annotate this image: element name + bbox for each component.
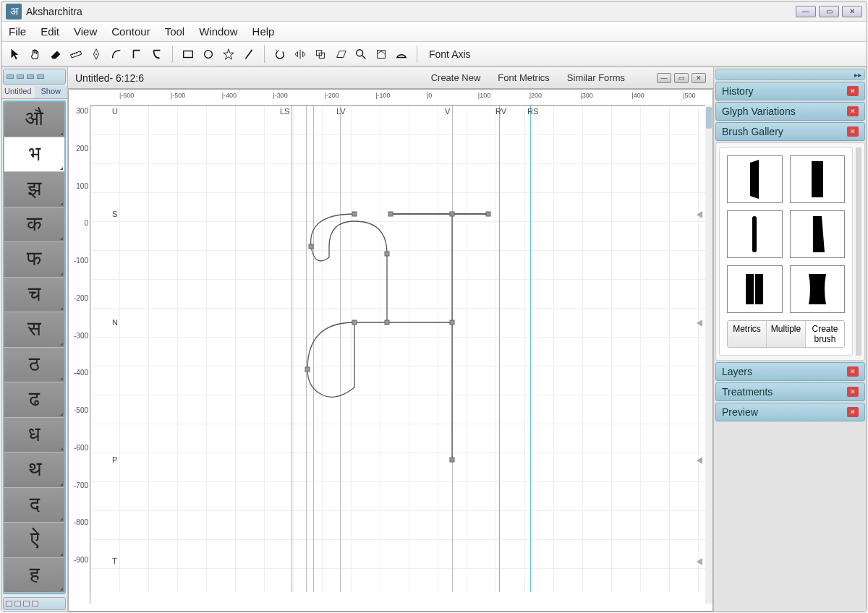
close-icon[interactable]: ✕ <box>847 366 859 377</box>
panel-history[interactable]: History✕ <box>715 82 865 100</box>
glyph-item[interactable]: ध <box>4 418 64 453</box>
pointer-tool-icon[interactable] <box>7 46 23 62</box>
svg-rect-22 <box>385 252 389 256</box>
star-tool-icon[interactable] <box>221 46 237 62</box>
pen-tool-icon[interactable] <box>88 46 104 62</box>
canvas-area: Untitled- 6:12:6 Create New Font Metrics… <box>68 67 713 612</box>
maximize-button[interactable]: ▭ <box>819 6 839 17</box>
zoom-tool-icon[interactable] <box>353 46 369 62</box>
glyph-item[interactable]: ठ <box>4 348 64 383</box>
menu-view[interactable]: View <box>74 25 97 38</box>
glyph-item[interactable]: स <box>4 312 64 348</box>
tab-show[interactable]: Show <box>35 86 68 98</box>
close-button[interactable]: ✕ <box>842 6 862 17</box>
glyph-item-selected[interactable]: भ <box>4 137 64 173</box>
minimize-button[interactable]: — <box>796 6 816 17</box>
h-marker-icon[interactable] <box>697 457 702 464</box>
menu-file[interactable]: File <box>9 25 26 38</box>
guide-LS[interactable] <box>292 106 292 592</box>
marker-LS: LS <box>280 107 289 116</box>
curve-tool-icon[interactable] <box>109 46 124 62</box>
close-icon[interactable]: ✕ <box>847 407 859 417</box>
h-marker-icon[interactable] <box>697 558 702 565</box>
panel-treatments[interactable]: Treatments✕ <box>715 382 865 401</box>
glyph-item[interactable]: ऐ <box>4 523 64 558</box>
skew-tool-icon[interactable] <box>333 46 349 62</box>
glyph-item[interactable]: ह <box>4 558 64 593</box>
glyph-item[interactable]: फ <box>4 242 64 278</box>
brush-preset[interactable] <box>727 155 783 203</box>
menu-contour[interactable]: Contour <box>111 25 150 38</box>
menu-tool[interactable]: Tool <box>165 25 185 38</box>
h-marker-icon[interactable] <box>697 320 702 327</box>
close-icon[interactable]: ✕ <box>847 387 859 397</box>
guide[interactable] <box>306 106 307 592</box>
guide-RV[interactable] <box>499 106 500 592</box>
glyph-item[interactable]: द <box>4 488 64 523</box>
glyph-list[interactable]: औ भ झ क फ च स ठ ढ ध थ द ऐ ह <box>3 100 66 594</box>
glyph-item[interactable]: झ <box>4 172 64 207</box>
brush-multiple-button[interactable]: Multiple <box>767 321 806 347</box>
rightbar-collapse-icon[interactable]: ▸▸ <box>715 69 865 80</box>
mirror-tool-icon[interactable] <box>292 46 308 62</box>
corner-right-icon[interactable] <box>149 46 165 62</box>
font-metrics-button[interactable]: Font Metrics <box>498 72 550 83</box>
glyph-item[interactable]: च <box>4 278 64 313</box>
panel-brush-gallery[interactable]: Brush Gallery✕ <box>715 122 865 141</box>
glyph-canvas[interactable]: |-600|-500|-400|-300|-200|-100|0|100|200… <box>68 89 713 612</box>
svg-line-7 <box>246 49 252 59</box>
sidebar-tabs: Untitled Show <box>1 86 67 99</box>
brush-create-button[interactable]: Create brush <box>806 321 844 347</box>
brush-scrollbar[interactable] <box>856 147 861 356</box>
close-icon[interactable]: ✕ <box>847 127 859 137</box>
panel-preview[interactable]: Preview✕ <box>715 403 865 421</box>
half-circle-tool-icon[interactable] <box>393 46 409 62</box>
copy-tool-icon[interactable] <box>312 46 328 62</box>
panel-layers[interactable]: Layers✕ <box>715 362 865 381</box>
glyph-outline[interactable] <box>293 207 510 474</box>
undo-tool-icon[interactable] <box>272 46 288 62</box>
rect-tool-icon[interactable] <box>180 46 196 62</box>
panel-close-icon[interactable]: ✕ <box>692 73 706 83</box>
eraser-tool-icon[interactable] <box>48 46 64 62</box>
panel-maximize-icon[interactable]: ▭ <box>674 73 689 83</box>
similar-forms-button[interactable]: Similar Forms <box>567 72 625 83</box>
sidebar-top-strip[interactable] <box>3 69 66 85</box>
panel-minimize-icon[interactable]: — <box>657 73 671 83</box>
guide[interactable] <box>313 106 314 592</box>
brush-preset[interactable] <box>790 265 846 313</box>
toolbar: Font Axis <box>1 42 867 67</box>
tab-untitled[interactable]: Untitled <box>1 86 35 98</box>
guide-LV[interactable] <box>340 106 341 592</box>
brush-preset[interactable] <box>727 210 783 258</box>
menu-edit[interactable]: Edit <box>41 25 59 38</box>
grid-area[interactable]: U LS LV V RV RS S N P T <box>90 106 705 592</box>
ruler-tool-icon[interactable] <box>68 46 84 62</box>
close-icon[interactable]: ✕ <box>847 106 859 116</box>
menu-help[interactable]: Help <box>252 25 275 38</box>
scrollbar-vertical[interactable] <box>705 106 712 604</box>
line-tool-icon[interactable] <box>241 46 257 62</box>
clip-tool-icon[interactable] <box>373 46 389 62</box>
glyph-item[interactable]: औ <box>4 102 64 137</box>
create-new-button[interactable]: Create New <box>431 72 481 83</box>
brush-preset[interactable] <box>790 155 846 203</box>
brush-preset[interactable] <box>790 210 846 258</box>
guide-RS[interactable] <box>530 106 531 592</box>
panel-history-label: History <box>722 85 754 97</box>
guide[interactable] <box>452 106 453 592</box>
sidebar-bottom-strip[interactable] <box>3 597 66 610</box>
menu-window[interactable]: Window <box>199 25 237 38</box>
glyph-item[interactable]: क <box>4 207 64 243</box>
h-marker-icon[interactable] <box>697 211 702 218</box>
circle-tool-icon[interactable] <box>200 46 216 62</box>
glyph-item[interactable]: थ <box>4 453 64 488</box>
glyph-item[interactable]: ढ <box>4 382 64 418</box>
brush-metrics-button[interactable]: Metrics <box>728 321 767 347</box>
hand-tool-icon[interactable] <box>27 46 43 62</box>
panel-glyph-variations[interactable]: Glyph Variations✕ <box>715 102 865 121</box>
brush-preset[interactable] <box>727 265 783 313</box>
corner-left-icon[interactable] <box>129 46 145 62</box>
close-icon[interactable]: ✕ <box>847 86 859 96</box>
font-axis-button[interactable]: Font Axis <box>425 48 475 60</box>
